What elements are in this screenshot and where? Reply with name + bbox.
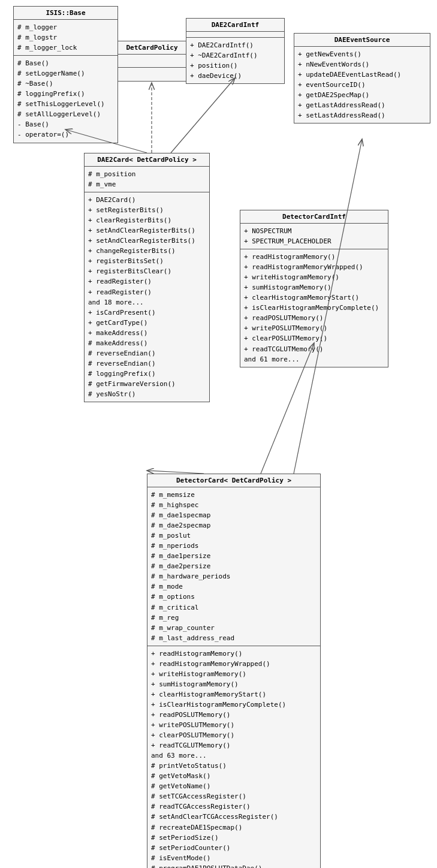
dae2-card-intf-title: DAE2CardIntf [186, 19, 284, 32]
detector-card-section-2: + readHistogramMemory()+ readHistogramMe… [147, 646, 320, 868]
dae2-card-title: DAE2Card< DetCardPolicy > [85, 153, 209, 167]
detector-card-intf-title: DetectorCardIntf [240, 210, 388, 224]
detector-card-title: DetectorCard< DetCardPolicy > [147, 474, 320, 487]
detector-card-box: DetectorCard< DetCardPolicy > # m_memsiz… [147, 474, 321, 868]
detector-card-section-1: # m_memsize# m_highspec# m_dae1specmap# … [147, 487, 320, 646]
dae-event-source-section-1: + getNewEvents()+ nNewEventWords()+ upda… [294, 47, 430, 123]
det-card-policy-section-2 [118, 68, 186, 81]
isis-base-section-2: # Base()# setLoggerName()# ~Base()# logg… [14, 56, 117, 142]
det-card-policy-section-1 [118, 55, 186, 68]
detector-card-intf-box: DetectorCardIntf + NOSPECTRUM+ SPECTRUM_… [240, 210, 388, 367]
det-card-policy-title: DetCardPolicy [118, 41, 186, 55]
dae-event-source-title: DAEEventSource [294, 34, 430, 47]
isis-base-section-1: # m_logger# m_logstr# m_logger_lock [14, 20, 117, 56]
det-card-policy-box: DetCardPolicy [117, 41, 186, 82]
dae-event-source-box: DAEEventSource + getNewEvents()+ nNewEve… [294, 33, 430, 123]
isis-base-title: ISIS::Base [14, 7, 117, 20]
isis-base-box: ISIS::Base # m_logger# m_logstr# m_logge… [13, 6, 118, 143]
detector-card-intf-section-2: + readHistogramMemory()+ readHistogramMe… [240, 249, 388, 367]
dae2-card-section-2: + DAE2Card()+ setRegisterBits()+ clearRe… [85, 192, 209, 402]
dae2-card-intf-section-2: + DAE2CardIntf()+ ~DAE2CardIntf()+ posit… [186, 38, 284, 83]
detector-card-intf-section-1: + NOSPECTRUM+ SPECTRUM_PLACEHOLDER [240, 224, 388, 249]
dae2-card-section-1: # m_position# m_vme [85, 167, 209, 192]
svg-line-1 [171, 78, 235, 153]
dae2-card-intf-box: DAE2CardIntf + DAE2CardIntf()+ ~DAE2Card… [186, 18, 285, 84]
diagram-container: ISIS::Base # m_logger# m_logstr# m_logge… [0, 0, 437, 868]
dae2-card-box: DAE2Card< DetCardPolicy > # m_position# … [84, 153, 210, 402]
dae2-card-intf-section-1 [186, 32, 284, 38]
